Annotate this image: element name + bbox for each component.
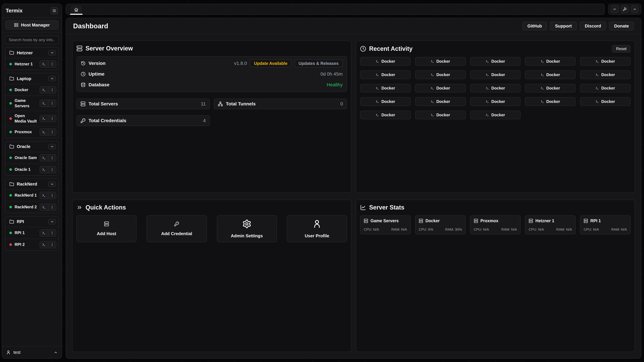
host-menu-button[interactable]	[48, 241, 56, 248]
terminal-button[interactable]	[40, 61, 48, 67]
activity-item-button[interactable]: Docker	[470, 111, 521, 119]
host-row[interactable]: Hetzner 1	[5, 58, 58, 70]
ram-value: RAM: N/A	[611, 227, 627, 231]
updates-releases-button[interactable]: Updates & Releases	[294, 59, 343, 67]
terminal-button[interactable]	[40, 166, 48, 173]
main-area: Dashboard GitHubSupportDiscordDonate Ser…	[66, 4, 641, 359]
quick-action-card[interactable]: Add Host	[76, 215, 136, 242]
activity-item-button[interactable]: Docker	[415, 111, 466, 119]
host-row[interactable]: Proxmox	[5, 126, 58, 138]
terminal-button[interactable]	[40, 230, 48, 236]
activity-item-button[interactable]: Docker	[580, 57, 630, 66]
activity-item-button[interactable]: Docker	[580, 70, 630, 79]
activity-item-button[interactable]: Docker	[525, 70, 576, 79]
activity-label: Docker	[436, 99, 450, 104]
terminal-button[interactable]	[40, 115, 48, 122]
host-menu-button[interactable]	[48, 192, 56, 199]
collapse-tabs-button[interactable]	[611, 5, 618, 13]
group-collapse-button[interactable]	[48, 181, 56, 187]
ram-value: RAM: N/A	[556, 227, 572, 231]
activity-item-button[interactable]: Docker	[360, 97, 411, 106]
activity-item-button[interactable]: Docker	[470, 70, 521, 79]
activity-item-button[interactable]: Docker	[525, 97, 576, 106]
host-menu-button[interactable]	[48, 100, 56, 107]
terminal-icon	[42, 231, 46, 235]
terminal-button[interactable]	[40, 204, 48, 211]
activity-item-button[interactable]: Docker	[580, 84, 630, 92]
group-collapse-button[interactable]	[48, 50, 56, 56]
group-collapse-button[interactable]	[48, 76, 56, 81]
activity-item-button[interactable]: Docker	[415, 70, 466, 79]
status-dot	[10, 157, 12, 159]
tab-home[interactable]	[71, 5, 82, 14]
terminal-button[interactable]	[40, 241, 48, 248]
activity-item-button[interactable]: Docker	[360, 57, 411, 66]
group-collapse-button[interactable]	[48, 144, 56, 149]
host-row[interactable]: RackNerd 2	[5, 201, 58, 213]
activity-item-button[interactable]: Docker	[360, 111, 411, 119]
activity-item-button[interactable]: Docker	[525, 57, 576, 66]
host-menu-button[interactable]	[48, 166, 56, 173]
terminal-button[interactable]	[40, 129, 48, 135]
header-link-button[interactable]: GitHub	[522, 22, 547, 30]
status-dot	[10, 117, 12, 120]
terminal-button[interactable]	[40, 100, 48, 107]
host-row[interactable]: RPI 1	[5, 227, 58, 239]
activity-item-button[interactable]: Docker	[470, 97, 521, 106]
activity-item-button[interactable]: Docker	[470, 84, 521, 92]
user-icon	[312, 219, 322, 229]
user-menu[interactable]: test	[2, 346, 62, 358]
chevron-down-icon	[50, 77, 54, 80]
terminal-button[interactable]	[40, 86, 48, 93]
server-icon	[14, 23, 18, 27]
host-label: Game Servers	[14, 98, 37, 109]
activity-item-button[interactable]: Docker	[360, 84, 411, 92]
activity-item-button[interactable]: Docker	[360, 70, 411, 79]
host-menu-button[interactable]	[48, 129, 56, 135]
host-row[interactable]: RackNerd 1	[5, 189, 58, 201]
activity-item-button[interactable]: Docker	[525, 84, 576, 92]
host-menu-button[interactable]	[48, 155, 56, 161]
username: test	[14, 350, 51, 355]
activity-item-button[interactable]: Docker	[415, 97, 466, 106]
chevron-down-icon	[50, 51, 54, 55]
host-menu-button[interactable]	[48, 204, 56, 211]
update-available-button[interactable]: Update Available	[250, 59, 292, 67]
quick-action-card[interactable]: Add Credential	[146, 215, 206, 242]
expand-tabs-button[interactable]	[631, 5, 639, 13]
group-collapse-button[interactable]	[48, 219, 56, 225]
host-row[interactable]: Oracle 1	[5, 164, 58, 175]
server-stat-card: Docker CPU: 6% RAM: 30%	[415, 215, 466, 234]
activity-item-button[interactable]: Docker	[415, 84, 466, 92]
header-link-button[interactable]: Support	[550, 22, 577, 30]
quick-action-card[interactable]: User Profile	[287, 215, 347, 242]
quick-action-card[interactable]: Admin Settings	[217, 215, 277, 242]
search-input[interactable]	[5, 36, 59, 44]
tools-button[interactable]	[621, 5, 628, 13]
host-row[interactable]: RPI 2	[5, 239, 58, 250]
host-menu-button[interactable]	[48, 61, 56, 67]
terminal-button[interactable]	[40, 155, 48, 161]
host-menu-button[interactable]	[48, 86, 56, 93]
activity-item-button[interactable]: Docker	[415, 57, 466, 66]
activity-item-button[interactable]: Docker	[580, 97, 630, 106]
activity-label: Docker	[381, 72, 395, 77]
host-row[interactable]: Game Servers	[5, 95, 58, 111]
host-row[interactable]: Oracle Sam	[5, 152, 58, 164]
terminal-icon	[376, 113, 379, 117]
activity-item-button[interactable]: Docker	[470, 57, 521, 66]
terminal-icon	[431, 113, 434, 117]
host-row[interactable]: Docker	[5, 84, 58, 95]
stat-label: Total Credentials	[88, 118, 200, 123]
uptime-value: 0d 0h 45m	[320, 71, 343, 77]
header-link-button[interactable]: Donate	[609, 22, 634, 30]
host-manager-button[interactable]: Host Manager	[5, 20, 58, 29]
host-row[interactable]: Open Media Vault	[5, 111, 58, 126]
host-menu-button[interactable]	[48, 230, 56, 236]
terminal-button[interactable]	[40, 192, 48, 199]
reset-button[interactable]: Reset	[612, 45, 630, 53]
sidebar-menu-button[interactable]	[51, 7, 58, 14]
header-link-button[interactable]: Discord	[580, 22, 606, 30]
host-menu-button[interactable]	[48, 115, 56, 122]
ram-value: RAM: N/A	[501, 227, 517, 231]
